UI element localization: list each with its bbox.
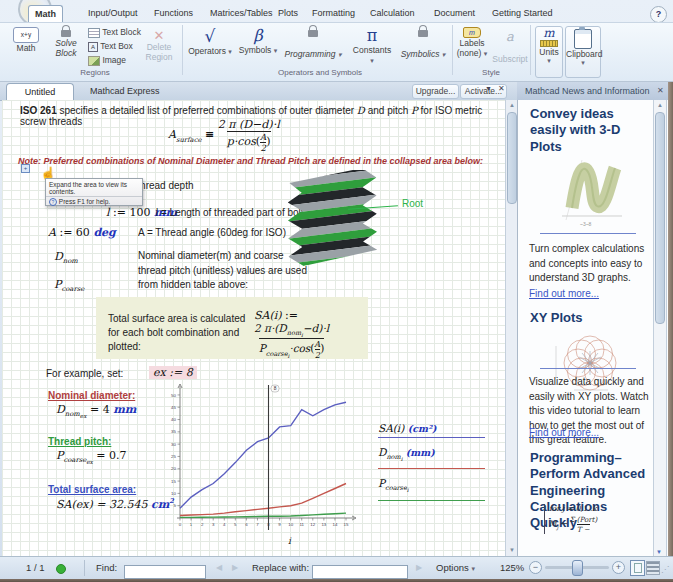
worksheet[interactable]: ISO 261 specifies a detailed list of pre…: [2, 100, 505, 556]
help-info-icon: ?: [49, 198, 57, 206]
sa-definition-region[interactable]: Total surface area is calculated for eac…: [96, 297, 368, 359]
resize-grip[interactable]: ⋰: [661, 565, 669, 574]
plot-legend[interactable]: SA(i) (cm²) Dnomi (mm) Pcoarsei: [378, 422, 485, 501]
svg-text:12: 12: [310, 522, 315, 527]
find-next-icon[interactable]: ▶: [232, 563, 238, 572]
document-tab-untitled[interactable]: Untitled: [6, 83, 74, 101]
svg-text:15: 15: [171, 479, 176, 484]
tab-document[interactable]: Document: [428, 5, 481, 21]
find-out-more-link-2[interactable]: Find out more...: [529, 427, 599, 438]
news-scrollbar-thumb[interactable]: [655, 112, 665, 324]
worksheet-scrollbar-thumb[interactable]: [507, 112, 517, 204]
find-label: Find:: [96, 562, 117, 573]
xy-plot[interactable]: 5101520253035404550012345678910111213141…: [164, 384, 364, 534]
news-panel-scrollbar[interactable]: ▲ ▼: [653, 100, 667, 556]
thread-pitch-value-region[interactable]: Pcoarseex = 0.7: [56, 449, 127, 466]
note-text-region[interactable]: Note: Preferred combinations of Nominal …: [18, 156, 498, 166]
math-region-button[interactable]: x+y Math: [8, 27, 44, 53]
subscript-icon: a: [506, 29, 514, 44]
news-heading-xy-plots: XY Plots: [530, 310, 644, 326]
mathcad-window: { "chrome": { "tabs": ["Math","Input/Out…: [0, 0, 673, 582]
replace-label: Replace with:: [252, 562, 309, 573]
zoom-out-button[interactable]: −: [529, 561, 542, 574]
tab-matrices-tables[interactable]: Matrices/Tables: [204, 5, 279, 21]
labels-button[interactable]: m Labels (none) ▾: [455, 27, 489, 58]
example-definition-region[interactable]: ex := 8: [149, 366, 197, 379]
tab-functions[interactable]: Functions: [148, 5, 199, 21]
clipboard-button[interactable]: Clipboard ▾: [565, 26, 601, 78]
find-previous-icon[interactable]: ◀: [216, 563, 222, 572]
units-button[interactable]: m Units ▾: [535, 26, 563, 78]
text-box-button[interactable]: A Text Box: [88, 41, 133, 52]
svg-text:10: 10: [288, 522, 293, 527]
hidden-table-note: Nominal diameter(m) and coarse thread pi…: [138, 249, 310, 293]
symbols-button[interactable]: β Symbols ▾: [238, 26, 278, 55]
zoom-slider-thumb[interactable]: [572, 560, 583, 576]
svg-text:40: 40: [171, 417, 176, 422]
chevron-down-icon: ▾: [536, 57, 562, 65]
solve-block-button[interactable]: Solve Block: [48, 29, 84, 59]
scroll-up-icon[interactable]: ▲: [654, 100, 666, 111]
tab-input-output[interactable]: Input/Output: [82, 5, 144, 21]
svg-text:5: 5: [174, 503, 177, 508]
label-tag-icon: m: [463, 27, 481, 38]
chevron-down-icon: ▾: [471, 565, 475, 572]
total-surface-area-value-region[interactable]: SA(ex) = 32.545 cm2: [56, 497, 174, 511]
tab-formatting[interactable]: Formatting: [306, 5, 361, 21]
tab-plots[interactable]: Plots: [272, 5, 304, 21]
svg-text:11: 11: [299, 522, 304, 527]
svg-text:~3~8: ~3~8: [580, 221, 592, 227]
chevron-down-icon: ▾: [484, 50, 488, 57]
symbols-icon: β: [253, 26, 262, 45]
replace-input[interactable]: [312, 565, 408, 579]
calc-status-icon: [56, 564, 66, 574]
close-document-button[interactable]: ✕: [498, 84, 505, 93]
operators-button[interactable]: √ Operators ▾: [188, 26, 232, 56]
zoom-in-button[interactable]: +: [612, 561, 625, 574]
units-icon: m: [536, 27, 562, 40]
options-button[interactable]: Options ▾: [436, 562, 475, 573]
plot-x-axis-label: i: [288, 536, 291, 546]
tab-getting-started[interactable]: Getting Started: [486, 5, 559, 21]
pcoarse-symbol-region[interactable]: Pcoarse: [54, 278, 84, 293]
replace-icon[interactable]: ▶: [416, 563, 422, 572]
tab-calculation[interactable]: Calculation: [364, 5, 421, 21]
dnom-symbol-region[interactable]: Dnom: [54, 250, 78, 265]
root-label: Root: [402, 198, 423, 209]
help-button[interactable]: ?: [650, 6, 667, 23]
find-input[interactable]: [124, 565, 206, 579]
svg-text:20: 20: [171, 466, 176, 471]
close-panel-icon[interactable]: ✕: [657, 86, 664, 95]
image-button[interactable]: Image: [88, 55, 126, 66]
legend-entry-sa: SA(i) (cm²): [378, 422, 485, 434]
constants-icon: π: [367, 26, 378, 45]
svg-text:9: 9: [278, 522, 281, 527]
operators-symbols-group-caption: Operators and Symbols: [200, 68, 440, 77]
chevron-down-icon: ▾: [228, 48, 232, 55]
svg-text:2: 2: [201, 522, 204, 527]
chevron-down-icon: ▾: [370, 57, 374, 64]
legend-line-pcoarse: [378, 500, 485, 501]
scroll-down-icon[interactable]: ▼: [656, 549, 662, 555]
text-block-button[interactable]: Text Block: [88, 27, 141, 38]
window-edge-right: [668, 82, 673, 582]
upgrade-button[interactable]: Upgrade...: [412, 84, 459, 99]
news-panel: Convey ideas easily with 3-D Plots ~3~8 …: [517, 100, 669, 556]
constants-button[interactable]: π Constants ▾: [350, 26, 394, 65]
operators-icon: √: [205, 26, 216, 46]
svg-text:7: 7: [256, 522, 259, 527]
programming-button[interactable]: Programming ▾: [282, 29, 344, 59]
math-region-icon: x+y: [13, 27, 39, 43]
page-view-button[interactable]: [630, 560, 645, 576]
draft-view-button[interactable]: [646, 561, 660, 575]
legend-entry-dnom: Dnomi (mm): [378, 446, 485, 462]
style-group-caption: Style: [452, 68, 530, 77]
symbolics-button[interactable]: Symbolics ▾: [400, 29, 446, 59]
tab-math[interactable]: Math: [28, 5, 63, 22]
find-out-more-link-1[interactable]: Find out more...: [529, 288, 599, 299]
angle-definition-region[interactable]: A := 60 deg: [48, 226, 116, 239]
surface-area-formula-region[interactable]: Asurface ≡ 2 π (D−d)·l p·cos(A2): [168, 118, 280, 153]
tab-strip-menu-button[interactable]: ▼: [485, 85, 492, 92]
nominal-diameter-value-region[interactable]: Dnomex = 4 mm: [56, 403, 136, 420]
collapsed-area-marker[interactable]: +: [21, 164, 30, 173]
